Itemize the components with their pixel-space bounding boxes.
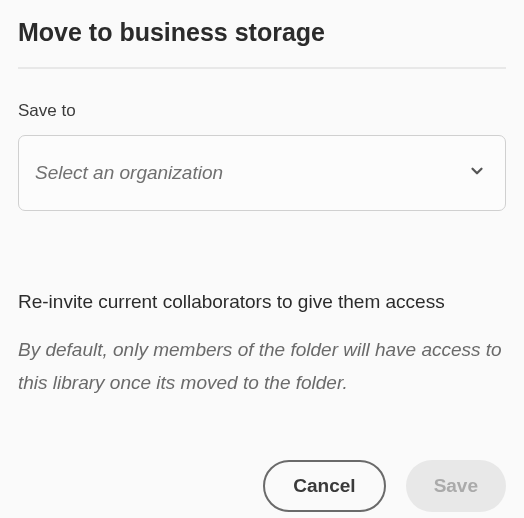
helper-text: By default, only members of the folder w…	[18, 333, 506, 400]
reinvite-heading: Re-invite current collaborators to give …	[18, 291, 506, 313]
select-placeholder: Select an organization	[35, 162, 223, 184]
cancel-button[interactable]: Cancel	[263, 460, 385, 512]
save-to-label: Save to	[18, 101, 506, 121]
dialog-actions: Cancel Save	[18, 460, 506, 512]
divider	[18, 67, 506, 69]
dialog-title: Move to business storage	[18, 18, 506, 47]
save-button[interactable]: Save	[406, 460, 506, 512]
organization-select[interactable]: Select an organization	[18, 135, 506, 211]
